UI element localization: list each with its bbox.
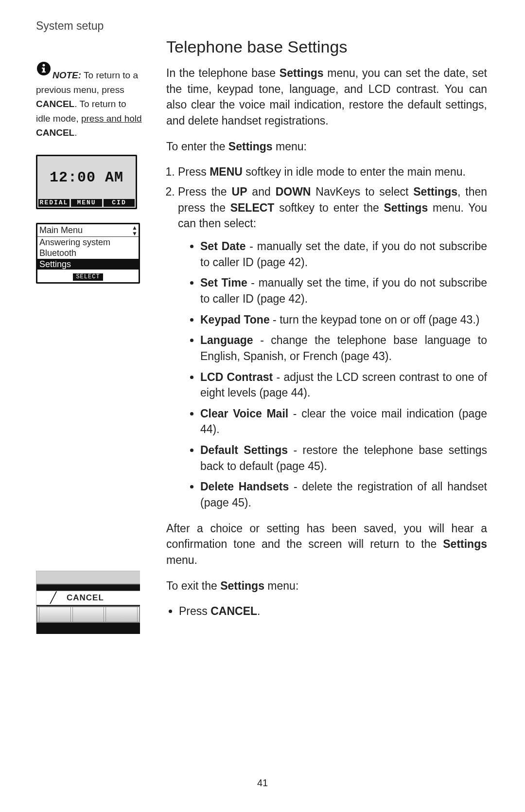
options-list: Set Date - manually set the date, if you… xyxy=(178,238,487,511)
option-set-date: Set Date - manually set the date, if you… xyxy=(200,238,487,270)
page-title: Telephone base Settings xyxy=(166,37,487,56)
softkey-cid: CID xyxy=(104,199,135,207)
after-paragraph: After a choice or setting has been saved… xyxy=(166,521,487,568)
page-number: 41 xyxy=(257,777,268,789)
option-language: Language - change the telephone base lan… xyxy=(200,332,487,364)
note-cancel-2: CANCEL xyxy=(36,127,74,138)
menu-item-selected: Settings xyxy=(37,259,139,270)
softkey-select: SELECT xyxy=(73,273,103,281)
intro-paragraph: In the telephone base Settings menu, you… xyxy=(166,65,487,129)
option-default-settings: Default Settings - restore the telephone… xyxy=(200,442,487,474)
cancel-key-label: CANCEL xyxy=(67,593,104,603)
svg-rect-3 xyxy=(42,68,44,69)
info-icon xyxy=(36,61,52,80)
option-keypad-tone: Keypad Tone - turn the keypad tone on or… xyxy=(200,312,487,328)
step-2: Press the UP and DOWN NavKeys to select … xyxy=(178,184,487,511)
sidebar: NOTE: To return to a previous menu, pres… xyxy=(36,37,143,634)
softkey-redial: REDIAL xyxy=(38,199,70,207)
exit-step: Press CANCEL. xyxy=(179,603,487,619)
note-block: NOTE: To return to a previous menu, pres… xyxy=(36,61,143,140)
option-lcd-contrast: LCD Contrast - adjust the LCD screen con… xyxy=(200,369,487,401)
note-label: NOTE: xyxy=(52,70,81,80)
note-cancel-1: CANCEL xyxy=(36,99,74,109)
end-call-icon: ╱ xyxy=(36,592,65,604)
step-1: Press MENU softkey in idle mode to enter… xyxy=(178,164,487,180)
note-underline: press and hold xyxy=(81,113,142,124)
softkey-menu: MENU xyxy=(71,199,102,207)
svg-point-4 xyxy=(43,64,45,67)
main-content: Telephone base Settings In the telephone… xyxy=(166,37,487,634)
cancel-key-figure: ╱ CANCEL xyxy=(36,571,140,634)
section-header: System setup xyxy=(36,19,487,33)
scroll-arrows-icon: ▲▼ xyxy=(132,225,138,236)
to-enter-line: To enter the Settings menu: xyxy=(166,139,487,155)
menu-item: Bluetooth xyxy=(37,248,139,259)
note-period: . xyxy=(74,127,77,138)
lcd-time: 12:00 AM xyxy=(37,156,136,199)
option-clear-voice-mail: Clear Voice Mail - clear the voice mail … xyxy=(200,406,487,437)
option-delete-handsets: Delete Handsets - delete the registratio… xyxy=(200,479,487,510)
menu-title: Main Menu xyxy=(39,225,83,236)
to-exit-line: To exit the Settings menu: xyxy=(166,578,487,594)
lcd-idle-screen: 12:00 AM REDIAL MENU CID xyxy=(36,155,137,209)
menu-item: Answering system xyxy=(37,237,139,248)
steps-list: Press MENU softkey in idle mode to enter… xyxy=(166,164,487,510)
svg-rect-2 xyxy=(42,72,46,72)
option-set-time: Set Time - manually set the time, if you… xyxy=(200,275,487,307)
lcd-menu-screen: Main Menu ▲▼ Answering system Bluetooth … xyxy=(36,223,140,284)
exit-list: Press CANCEL. xyxy=(166,603,487,619)
